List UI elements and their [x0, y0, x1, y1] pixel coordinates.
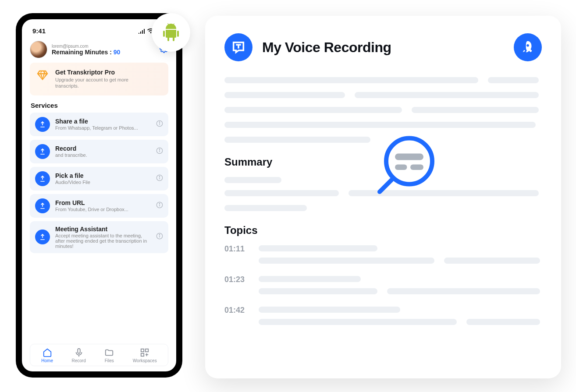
minutes-label: Remaining Minutes : [52, 49, 112, 56]
service-title: Pick a file [55, 172, 151, 179]
minutes-line: Remaining Minutes : 90 [52, 49, 155, 56]
info-icon[interactable] [156, 147, 163, 156]
info-icon[interactable] [156, 201, 163, 210]
svg-point-23 [386, 138, 432, 184]
service-from-url[interactable]: From URL From Youtube, Drive or Dropbox.… [30, 194, 168, 218]
service-title: Meeting Assistant [55, 226, 151, 233]
info-icon[interactable] [156, 120, 163, 129]
promo-card[interactable]: Get Transkriptor Pro Upgrade your accoun… [30, 63, 168, 95]
magnifier-icon [375, 135, 441, 201]
service-subtitle: Audio/Video File [55, 180, 151, 185]
service-title: Share a file [55, 118, 151, 125]
topic-time: 01:42 [224, 306, 249, 315]
tab-label: Record [72, 358, 86, 363]
topic-item[interactable]: 01:11 [224, 245, 542, 264]
upload-icon [35, 198, 50, 213]
status-bar: 9:41 [30, 27, 168, 39]
user-row: lorem@ipsum.com Remaining Minutes : 90 [30, 41, 168, 58]
tab-home[interactable]: Home [41, 348, 53, 363]
avatar[interactable] [30, 41, 47, 58]
promo-title: Get Transkriptor Pro [55, 69, 130, 76]
svg-rect-21 [146, 349, 148, 352]
service-meeting-assistant[interactable]: Meeting Assistant Accept meeting assista… [30, 221, 168, 253]
rocket-icon [520, 40, 535, 55]
service-subtitle: From Youtube, Drive or Dropbox... [55, 207, 151, 212]
svg-rect-20 [141, 349, 144, 352]
service-subtitle: From Whatsapp, Telegram or Photos... [55, 125, 151, 131]
service-subtitle: and transcribe. [55, 152, 151, 158]
tab-record[interactable]: Record [72, 348, 86, 363]
tab-label: Files [105, 358, 114, 363]
upload-icon [35, 144, 50, 159]
tabbar: Home Record Files Workspaces [30, 344, 168, 366]
phone-screen: 9:41 lorem@ipsum.com Remaining Minutes :… [22, 19, 176, 371]
topic-item[interactable]: 01:42 [224, 307, 542, 325]
rocket-button[interactable] [514, 33, 542, 61]
svg-point-12 [159, 176, 160, 177]
svg-rect-25 [395, 165, 407, 170]
promo-subtitle: Upgrade your account to get more transcr… [55, 77, 130, 89]
diamond-icon [36, 69, 49, 84]
folder-icon [104, 348, 114, 357]
minutes-value: 90 [114, 49, 121, 56]
service-title: Record [55, 145, 151, 152]
upload-icon [35, 171, 50, 186]
service-subtitle: Accept meeting assistant to the meeting,… [55, 233, 151, 249]
upload-icon [35, 230, 50, 244]
topics-label: Topics [224, 224, 542, 237]
brand-badge [224, 33, 252, 61]
panel-title: My Voice Recording [262, 39, 391, 56]
svg-point-15 [159, 203, 160, 204]
brand-icon [231, 40, 246, 55]
service-share-file[interactable]: Share a file From Whatsapp, Telegram or … [30, 113, 168, 136]
svg-point-18 [159, 234, 160, 235]
info-icon[interactable] [156, 233, 163, 241]
svg-rect-19 [78, 349, 80, 353]
tab-label: Home [41, 358, 53, 363]
recording-panel: My Voice Recording Summary Topics 01:11 [205, 16, 561, 378]
tab-workspaces[interactable]: Workspaces [133, 348, 157, 363]
android-badge [152, 13, 190, 52]
topic-item[interactable]: 01:23 [224, 276, 542, 294]
user-email: lorem@ipsum.com [52, 44, 155, 49]
panel-header: My Voice Recording [224, 33, 542, 61]
services-label: Services [31, 102, 168, 109]
service-record[interactable]: Record and transcribe. [30, 140, 168, 163]
grid-plus-icon [140, 348, 149, 357]
topic-time: 01:11 [224, 244, 249, 254]
transcript-preview [224, 77, 542, 143]
phone-frame: 9:41 lorem@ipsum.com Remaining Minutes :… [16, 13, 182, 378]
service-title: From URL [55, 199, 151, 206]
svg-point-9 [159, 149, 160, 149]
status-time: 9:41 [32, 27, 46, 35]
svg-point-6 [159, 122, 160, 122]
svg-line-27 [380, 180, 392, 192]
upload-icon [35, 117, 50, 132]
topic-time: 01:23 [224, 275, 249, 284]
info-icon[interactable] [156, 174, 163, 183]
service-pick-file[interactable]: Pick a file Audio/Video File [30, 167, 168, 191]
services-list: Share a file From Whatsapp, Telegram or … [30, 113, 168, 339]
android-icon [160, 22, 181, 43]
signal-icon [139, 28, 146, 34]
tab-files[interactable]: Files [104, 348, 114, 363]
home-icon [43, 348, 52, 357]
mic-icon [74, 348, 84, 357]
svg-rect-22 [141, 353, 144, 356]
tab-label: Workspaces [133, 358, 157, 363]
magnifier-overlay [375, 135, 441, 202]
svg-rect-24 [395, 154, 423, 160]
svg-rect-26 [410, 165, 423, 170]
